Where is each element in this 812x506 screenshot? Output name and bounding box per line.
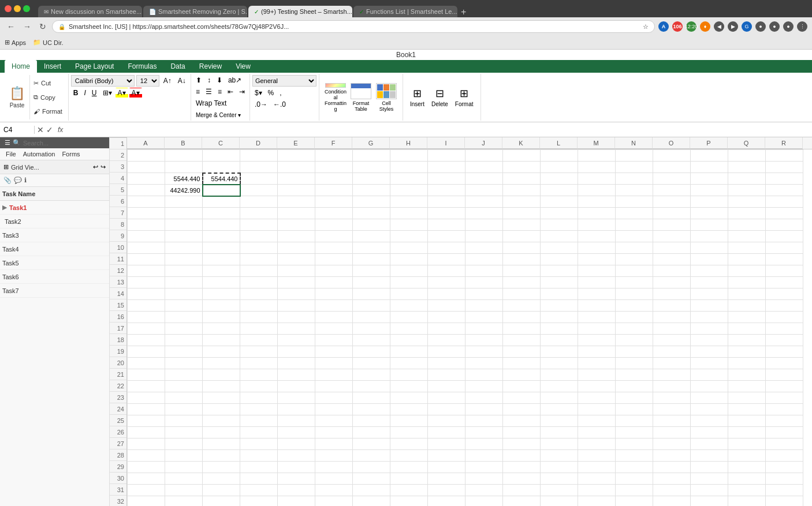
row-number-29[interactable]: 29 bbox=[110, 461, 126, 473]
percent-button[interactable]: % bbox=[266, 88, 277, 98]
cell-R27[interactable] bbox=[766, 450, 803, 462]
cell-O4[interactable] bbox=[653, 185, 691, 196]
cell-B24[interactable] bbox=[165, 415, 203, 427]
cell-J28[interactable] bbox=[465, 462, 503, 473]
cell-F14[interactable] bbox=[315, 300, 353, 312]
cell-E8[interactable] bbox=[278, 231, 315, 242]
row-number-27[interactable]: 27 bbox=[110, 438, 126, 449]
col-header-F[interactable]: F bbox=[315, 137, 352, 149]
cell-P22[interactable] bbox=[691, 392, 728, 404]
cell-A28[interactable] bbox=[128, 462, 165, 473]
cell-C13[interactable] bbox=[203, 288, 240, 300]
cell-A23[interactable] bbox=[128, 404, 165, 415]
cell-L11[interactable] bbox=[541, 265, 578, 277]
cell-D13[interactable] bbox=[240, 288, 278, 300]
cell-C30[interactable] bbox=[203, 485, 240, 496]
cell-E16[interactable] bbox=[278, 323, 315, 335]
cell-R12[interactable] bbox=[766, 277, 803, 288]
col-header-J[interactable]: J bbox=[465, 137, 502, 149]
cell-I2[interactable] bbox=[428, 162, 465, 173]
new-tab-button[interactable]: + bbox=[461, 7, 466, 17]
col-header-H[interactable]: H bbox=[390, 137, 427, 149]
cell-H21[interactable] bbox=[390, 381, 428, 392]
cell-F28[interactable] bbox=[315, 462, 353, 473]
cell-J25[interactable] bbox=[465, 427, 503, 438]
cell-B31[interactable] bbox=[165, 496, 203, 507]
cell-A9[interactable] bbox=[128, 242, 165, 254]
cell-C12[interactable] bbox=[203, 277, 240, 288]
cell-C29[interactable] bbox=[203, 473, 240, 485]
cell-Q24[interactable] bbox=[728, 415, 766, 427]
font-name-select[interactable]: Calibri (Body) bbox=[71, 75, 135, 87]
address-bar[interactable]: 🔒 Smartsheet Inc. [US] | https://app.sma… bbox=[52, 20, 655, 33]
cell-A4[interactable] bbox=[128, 185, 165, 196]
cell-Q19[interactable] bbox=[728, 358, 766, 369]
cell-J1[interactable] bbox=[465, 150, 503, 162]
cell-O16[interactable] bbox=[653, 323, 691, 335]
cell-P3[interactable] bbox=[691, 173, 728, 185]
cell-E19[interactable] bbox=[278, 358, 315, 369]
cell-N14[interactable] bbox=[616, 300, 653, 312]
ribbon-tab-home[interactable]: Home bbox=[5, 60, 37, 73]
menu-icon[interactable]: ⋮ bbox=[797, 21, 807, 32]
cell-P8[interactable] bbox=[691, 231, 728, 242]
cell-F11[interactable] bbox=[315, 265, 353, 277]
cell-E23[interactable] bbox=[278, 404, 315, 415]
cell-D16[interactable] bbox=[240, 323, 278, 335]
cell-R9[interactable] bbox=[766, 242, 803, 254]
cell-G25[interactable] bbox=[353, 427, 390, 438]
cell-I21[interactable] bbox=[428, 381, 465, 392]
cell-G13[interactable] bbox=[353, 288, 390, 300]
row-number-14[interactable]: 14 bbox=[110, 288, 126, 299]
cell-B25[interactable] bbox=[165, 427, 203, 438]
cell-A30[interactable] bbox=[128, 485, 165, 496]
row-number-9[interactable]: 9 bbox=[110, 230, 126, 242]
cell-O10[interactable] bbox=[653, 254, 691, 265]
cell-C5[interactable] bbox=[203, 196, 240, 208]
cell-M1[interactable] bbox=[578, 150, 616, 162]
cell-L6[interactable] bbox=[541, 208, 578, 219]
cell-I22[interactable] bbox=[428, 392, 465, 404]
cell-N30[interactable] bbox=[616, 485, 653, 496]
cell-F27[interactable] bbox=[315, 450, 353, 462]
cell-H25[interactable] bbox=[390, 427, 428, 438]
cell-F22[interactable] bbox=[315, 392, 353, 404]
ribbon-tab-view[interactable]: View bbox=[229, 60, 258, 73]
cell-A3[interactable] bbox=[128, 173, 165, 185]
cell-K31[interactable] bbox=[503, 496, 541, 507]
cell-L15[interactable] bbox=[541, 312, 578, 323]
cell-R7[interactable] bbox=[766, 219, 803, 231]
sidebar-nav-forms[interactable]: Forms bbox=[59, 149, 82, 159]
cell-Q13[interactable] bbox=[728, 288, 766, 300]
cell-G14[interactable] bbox=[353, 300, 390, 312]
cell-I19[interactable] bbox=[428, 358, 465, 369]
comma-button[interactable]: , bbox=[277, 88, 284, 98]
cell-N8[interactable] bbox=[616, 231, 653, 242]
cell-D4[interactable] bbox=[240, 185, 278, 196]
cell-O30[interactable] bbox=[653, 485, 691, 496]
cell-N27[interactable] bbox=[616, 450, 653, 462]
cell-A12[interactable] bbox=[128, 277, 165, 288]
cell-D15[interactable] bbox=[240, 312, 278, 323]
menu-hamburger-icon[interactable]: ☰ bbox=[5, 139, 10, 147]
cell-F29[interactable] bbox=[315, 473, 353, 485]
cell-D26[interactable] bbox=[240, 438, 278, 450]
cell-Q23[interactable] bbox=[728, 404, 766, 415]
cell-G8[interactable] bbox=[353, 231, 390, 242]
cell-H31[interactable] bbox=[390, 496, 428, 507]
cell-G31[interactable] bbox=[353, 496, 390, 507]
cell-Q5[interactable] bbox=[728, 196, 766, 208]
bookmark-ucdir[interactable]: 📁 UC Dir. bbox=[33, 39, 63, 46]
cell-Q27[interactable] bbox=[728, 450, 766, 462]
task-row-3[interactable]: Task3 bbox=[0, 228, 109, 242]
cell-E13[interactable] bbox=[278, 288, 315, 300]
cell-R1[interactable] bbox=[766, 150, 803, 162]
row-number-6[interactable]: 6 bbox=[110, 196, 126, 207]
cell-F1[interactable] bbox=[315, 150, 353, 162]
cell-J7[interactable] bbox=[465, 219, 503, 231]
font-size-select[interactable]: 12 bbox=[136, 75, 159, 87]
cell-A11[interactable] bbox=[128, 265, 165, 277]
cell-G28[interactable] bbox=[353, 462, 390, 473]
cell-E12[interactable] bbox=[278, 277, 315, 288]
row-number-22[interactable]: 22 bbox=[110, 380, 126, 392]
